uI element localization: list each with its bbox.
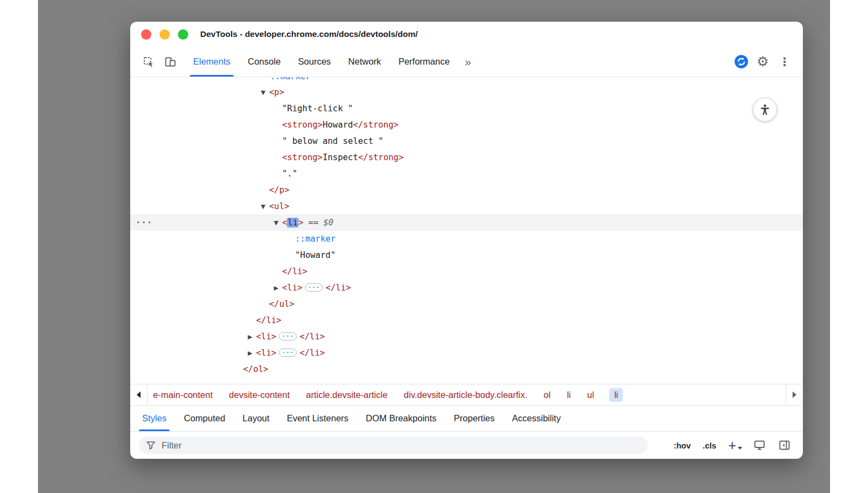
- breadcrumb-item-article-devsite-article[interactable]: article.devsite-article: [305, 388, 388, 402]
- breadcrumb-bar: e-main-contentdevsite-contentarticle.dev…: [130, 384, 803, 406]
- tag-token: <p>: [269, 87, 284, 97]
- sidebar-tab-properties[interactable]: Properties: [445, 406, 503, 431]
- dom-tree-row[interactable]: </li>: [130, 263, 803, 280]
- tag-token: </li>: [299, 332, 325, 342]
- element-classes-button[interactable]: .cls: [703, 441, 716, 450]
- dom-tree-row[interactable]: " below and select ": [130, 133, 803, 149]
- collapsed-content-icon[interactable]: ···: [279, 349, 297, 357]
- collapsed-content-icon[interactable]: ···: [279, 332, 297, 340]
- device-toolbar-icon[interactable]: [159, 47, 181, 77]
- sidebar-tab-styles[interactable]: Styles: [133, 406, 175, 431]
- dom-tree-row[interactable]: </li>: [130, 312, 803, 328]
- dom-tree-row[interactable]: </p>: [130, 182, 803, 198]
- breadcrumb-item-div-devsite-article-body-clearfix[interactable]: div.devsite-article-body.clearfix.: [403, 388, 528, 402]
- breadcrumb-scroll-left[interactable]: [130, 384, 148, 405]
- titlebar: DevTools - developer.chrome.com/docs/dev…: [130, 22, 803, 47]
- toolbar-spacer: [478, 47, 730, 77]
- node-options-icon[interactable]: ···: [136, 214, 152, 231]
- tag-token: </li>: [256, 315, 282, 325]
- text-token: "Howard": [295, 250, 336, 260]
- collapse-arrow-icon[interactable]: ▼: [257, 85, 269, 101]
- dom-tree-row[interactable]: <strong>Inspect</strong>: [130, 149, 803, 166]
- dom-tree-row[interactable]: ▼<p>: [130, 84, 803, 100]
- selected-node-name[interactable]: li: [287, 218, 298, 227]
- breadcrumb-item-li[interactable]: li: [566, 388, 572, 402]
- text-token: Inspect: [323, 153, 358, 162]
- sidebar-tab-accessibility[interactable]: Accessibility: [503, 406, 570, 431]
- styles-toolbar-actions: :hov .cls +: [674, 439, 791, 452]
- inspect-icon[interactable]: [138, 47, 159, 77]
- dom-tree-row[interactable]: ▶<li>···</li>: [130, 328, 803, 345]
- dom-tree-row[interactable]: ▶<li>···</li>: [130, 345, 803, 361]
- new-style-rule-icon[interactable]: +: [728, 439, 741, 452]
- breadcrumb-item-ul[interactable]: ul: [586, 388, 595, 402]
- dom-tree-row[interactable]: "Howard": [130, 247, 803, 263]
- tag-token: <li>: [256, 348, 276, 358]
- expand-arrow-icon[interactable]: ▶: [244, 329, 256, 345]
- expand-arrow-icon[interactable]: ▶: [270, 280, 282, 296]
- breadcrumb-item-li[interactable]: li: [609, 388, 623, 402]
- dom-tree-row[interactable]: ::marker: [130, 231, 803, 247]
- dom-tree-row[interactable]: <strong>Howard</strong>: [130, 117, 803, 133]
- pseudo-element-token: ::marker: [270, 77, 311, 81]
- window-controls: [141, 29, 188, 40]
- sidebar-tab-layout[interactable]: Layout: [234, 406, 278, 431]
- tab-console[interactable]: Console: [239, 47, 290, 77]
- settings-icon[interactable]: ⚙: [752, 47, 774, 77]
- toggle-element-state-button[interactable]: :hov: [674, 441, 691, 450]
- style-filter-field[interactable]: [139, 437, 648, 454]
- sidebar-tab-computed[interactable]: Computed: [175, 406, 234, 431]
- sidebar-toggle-icon[interactable]: [778, 439, 791, 452]
- breadcrumb-item-ol[interactable]: ol: [542, 388, 552, 402]
- tag-token: <li>: [256, 332, 276, 342]
- dom-tree: ▼<p>"Right-click "<strong>Howard</strong…: [130, 84, 803, 377]
- tag-token: </li>: [299, 348, 325, 358]
- close-button[interactable]: [141, 29, 151, 40]
- tag-token: <ul>: [269, 201, 289, 211]
- breadcrumb-item-e-main-content[interactable]: e-main-content: [152, 388, 214, 402]
- dom-tree-row[interactable]: ···▼<li>==$0: [130, 214, 803, 231]
- window-title: DevTools - developer.chrome.com/docs/dev…: [200, 29, 418, 39]
- tag-token: </strong>: [358, 153, 404, 162]
- styles-filter-bar: :hov .cls +: [130, 432, 803, 459]
- tab-sources[interactable]: Sources: [289, 47, 340, 77]
- tag-token: </p>: [269, 185, 289, 195]
- dom-tree-row[interactable]: </ol>: [130, 361, 803, 377]
- tab-performance[interactable]: Performance: [390, 47, 458, 77]
- tag-token: </li>: [326, 283, 351, 293]
- minimize-button[interactable]: [159, 29, 170, 40]
- dom-tree-panel: ::marker ▼<p>"Right-click "<strong>Howar…: [130, 77, 803, 384]
- dom-tree-row[interactable]: ▼<ul>: [130, 198, 803, 214]
- collapse-arrow-icon[interactable]: ▼: [257, 199, 269, 215]
- zoom-button[interactable]: [178, 29, 188, 40]
- collapse-arrow-icon[interactable]: ▼: [270, 215, 282, 231]
- text-token: Howard: [323, 120, 353, 130]
- breadcrumb-item-devsite-content[interactable]: devsite-content: [228, 388, 291, 402]
- filter-icon: [145, 440, 156, 451]
- expand-arrow-icon[interactable]: ▶: [244, 345, 256, 362]
- sidebar-tab-event-listeners[interactable]: Event Listeners: [278, 406, 358, 431]
- more-tabs-icon[interactable]: »: [458, 47, 478, 77]
- dom-tree-row[interactable]: "Right-click ": [130, 100, 803, 117]
- tag-token: <strong>: [282, 153, 323, 162]
- tag-token: <strong>: [282, 120, 323, 130]
- tab-elements[interactable]: Elements: [184, 47, 239, 77]
- tab-network[interactable]: Network: [340, 47, 390, 77]
- tag-token: </strong>: [353, 120, 399, 130]
- breadcrumb: e-main-contentdevsite-contentarticle.dev…: [148, 384, 786, 405]
- dom-tree-row[interactable]: ▶<li>···</li>: [130, 280, 803, 296]
- breadcrumb-scroll-right[interactable]: [786, 384, 803, 405]
- tag-token: </ol>: [243, 364, 269, 374]
- rendering-icon[interactable]: [753, 439, 766, 452]
- accessibility-button[interactable]: [753, 98, 777, 122]
- more-options-icon[interactable]: ⋮: [774, 47, 795, 77]
- collapsed-content-icon[interactable]: ···: [305, 283, 323, 292]
- reload-devtools-icon[interactable]: [730, 47, 752, 77]
- dom-tree-row[interactable]: ".": [130, 166, 803, 182]
- sidebar-tab-dom-breakpoints[interactable]: DOM Breakpoints: [357, 406, 445, 431]
- pseudo-element-token[interactable]: ::marker: [295, 234, 336, 244]
- text-token: "Right-click ": [282, 104, 353, 113]
- tag-token: </ul>: [269, 299, 295, 309]
- filter-input[interactable]: [162, 440, 641, 451]
- dom-tree-row[interactable]: </ul>: [130, 296, 803, 312]
